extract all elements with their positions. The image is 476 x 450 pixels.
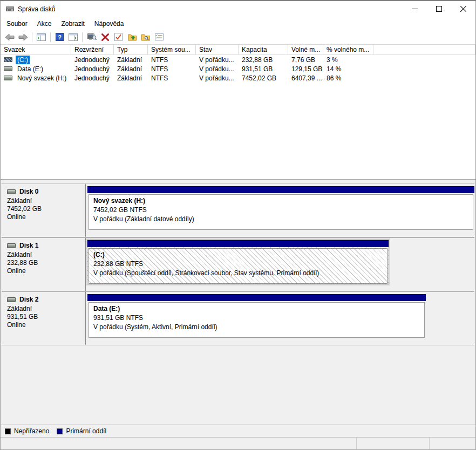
volume-name[interactable]: Data (E:): [16, 65, 45, 73]
primary-partition-bar: [87, 294, 426, 301]
toolbar-separator: [82, 32, 83, 42]
unallocated-swatch: [5, 428, 11, 434]
toolbar: ?: [1, 30, 475, 45]
menu-napoveda[interactable]: Nápověda: [90, 18, 129, 29]
help-button[interactable]: ?: [53, 31, 66, 43]
column-header-kapacita[interactable]: Kapacita: [239, 45, 288, 54]
column-header-procento[interactable]: % volného m...: [323, 45, 373, 54]
volume-size-fs: 232,88 GB NTFS: [93, 260, 383, 269]
status-section-main: [1, 438, 357, 449]
maximize-button[interactable]: [427, 1, 451, 17]
disk-status: Online: [7, 213, 82, 221]
back-button[interactable]: [3, 31, 16, 43]
disk1-header[interactable]: Disk 1 Základní 232,88 GB Online: [2, 238, 86, 291]
disk2-volume-zone: Data (E:) 931,51 GB NTFS V pořádku (Syst…: [86, 292, 474, 345]
volume-status: V pořádku (Základní datové oddíly): [93, 215, 468, 224]
disk0-volume-zone: Nový svazek (H:) 7452,02 GB NTFS V pořád…: [86, 184, 474, 237]
volume-size-fs: 7452,02 GB NTFS: [93, 206, 468, 215]
volume-row-h[interactable]: Nový svazek (H:) Jednoduchý Základní NTF…: [1, 73, 475, 83]
column-header-stav[interactable]: Stav: [196, 45, 239, 54]
svg-text:?: ?: [58, 34, 62, 40]
volume-name[interactable]: (C:): [16, 56, 30, 64]
column-header-rozvrzeni[interactable]: Rozvržení: [71, 45, 114, 54]
disk0-header[interactable]: Disk 0 Základní 7452,02 GB Online: [2, 184, 86, 237]
status-section-mid: [357, 438, 430, 449]
volume-name-cell[interactable]: (C:): [1, 56, 71, 64]
column-header-volne[interactable]: Volné m...: [288, 45, 323, 54]
volume-free-pct: 14 %: [323, 65, 373, 73]
disk2-header[interactable]: Disk 2 Základní 931,51 GB Online: [2, 292, 86, 345]
properties-icon: [155, 33, 164, 40]
disk-icon: [7, 297, 16, 302]
title-bar: Správa disků: [1, 1, 475, 17]
volume-info-box: (C:) 232,88 GB NTFS V pořádku (Spouštěcí…: [89, 248, 387, 284]
volume-name: (C:): [93, 250, 383, 260]
volume-name: Data (E:): [93, 304, 420, 313]
column-header-system[interactable]: Systém sou...: [148, 45, 196, 54]
disk-status: Online: [7, 267, 82, 275]
show-console-tree-button[interactable]: [35, 31, 47, 43]
menu-bar: Soubor Akce Zobrazit Nápověda: [1, 17, 475, 30]
close-button[interactable]: [451, 1, 475, 17]
primary-partition-bar: [87, 186, 474, 193]
column-header-typ[interactable]: Typ: [114, 45, 148, 54]
rescan-disks-button[interactable]: [85, 31, 98, 43]
volume-row-e[interactable]: Data (E:) Jednoduchý Základní NTFS V poř…: [1, 64, 475, 73]
disk-label: Disk 0: [19, 188, 38, 195]
volume-name-cell[interactable]: Data (E:): [1, 65, 71, 73]
volume-list-header: Svazek Rozvržení Typ Systém sou... Stav …: [1, 45, 475, 55]
disk-row-0: Disk 0 Základní 7452,02 GB Online Nový s…: [2, 183, 474, 237]
volume-fs: NTFS: [148, 56, 196, 64]
menu-soubor[interactable]: Soubor: [2, 18, 32, 29]
volume-free: 129,15 GB: [288, 65, 323, 73]
show-action-pane-button[interactable]: [67, 31, 79, 43]
console-tree-icon: [37, 33, 46, 41]
menu-akce[interactable]: Akce: [32, 18, 57, 29]
window-title: Správa disků: [18, 5, 55, 13]
volume-status: V pořádku (Spouštěcí oddíl, Stránkovací …: [93, 269, 383, 278]
volume-list: Svazek Rozvržení Typ Systém sou... Stav …: [1, 45, 475, 179]
disk-row-1: Disk 1 Základní 232,88 GB Online (C:) 23…: [2, 237, 474, 291]
disk-icon: [7, 189, 16, 194]
open-folder-button[interactable]: [126, 31, 138, 43]
disk-type: Základní: [7, 251, 82, 259]
volume-row-c[interactable]: (C:) Jednoduchý Základní NTFS V pořádku.…: [1, 55, 475, 64]
status-section-right: [430, 438, 475, 449]
volume-h[interactable]: Nový svazek (H:) 7452,02 GB NTFS V pořád…: [87, 186, 474, 230]
legend-bar: Nepřiřazeno Primární oddíl: [1, 425, 475, 438]
volume-e[interactable]: Data (E:) 931,51 GB NTFS V pořádku (Syst…: [87, 294, 426, 338]
volume-info-box: Data (E:) 931,51 GB NTFS V pořádku (Syst…: [89, 302, 425, 338]
forward-button[interactable]: [17, 31, 29, 43]
explore-folder-button[interactable]: [139, 31, 152, 43]
volume-capacity: 232,88 GB: [239, 56, 288, 64]
minimize-button[interactable]: [403, 1, 427, 17]
volume-status: V pořádku...: [196, 74, 239, 82]
disk-type: Základní: [7, 305, 82, 313]
active-check-icon: [114, 33, 123, 41]
volume-info-box: Nový svazek (H:) 7452,02 GB NTFS V pořád…: [89, 194, 473, 230]
volume-layout: Jednoduchý: [71, 65, 114, 73]
forward-icon: [18, 33, 28, 41]
volume-free-pct: 86 %: [323, 74, 373, 82]
mark-partition-active-button[interactable]: [112, 31, 125, 43]
legend-label: Primární oddíl: [66, 427, 106, 435]
back-icon: [5, 33, 15, 41]
volume-name-cell[interactable]: Nový svazek (H:): [1, 74, 71, 83]
volume-c-selected[interactable]: (C:) 232,88 GB NTFS V pořádku (Spouštěcí…: [87, 240, 389, 284]
delete-volume-button[interactable]: [99, 31, 111, 43]
volume-size-fs: 931,51 GB NTFS: [93, 313, 420, 323]
volume-status: V pořádku...: [196, 65, 239, 73]
volume-name[interactable]: Nový svazek (H:): [16, 74, 68, 83]
menu-zobrazit[interactable]: Zobrazit: [56, 18, 89, 29]
legend-primary-partition: Primární oddíl: [57, 427, 106, 435]
app-icon: [5, 4, 15, 13]
column-header-svazek[interactable]: Svazek: [1, 45, 71, 54]
disk-management-window: Správa disků Soubor Akce Zobrazit Nápově…: [0, 0, 476, 450]
volume-layout: Jednoduchý: [71, 56, 114, 64]
disk1-volume-zone: (C:) 232,88 GB NTFS V pořádku (Spouštěcí…: [86, 238, 474, 291]
disk-size: 931,51 GB: [7, 313, 82, 321]
primary-partition-swatch: [57, 428, 63, 434]
disk-size: 232,88 GB: [7, 259, 82, 267]
properties-button[interactable]: [153, 31, 165, 43]
volume-name: Nový svazek (H:): [93, 196, 468, 206]
